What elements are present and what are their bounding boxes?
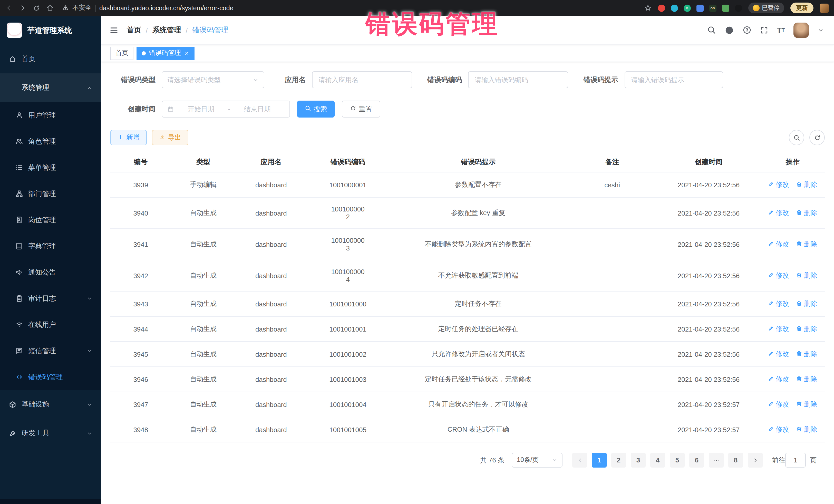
delete-button[interactable]: 删除	[796, 375, 817, 384]
breadcrumb-item[interactable]: 首页	[127, 25, 141, 35]
page-button-5[interactable]: 5	[670, 453, 685, 467]
delete-button[interactable]: 删除	[796, 180, 817, 190]
header-search-icon[interactable]	[707, 26, 716, 35]
extension-green-v-icon[interactable]: V	[683, 4, 690, 12]
delete-button[interactable]: 删除	[796, 240, 817, 249]
cell-app: dashboard	[235, 291, 307, 316]
breadcrumb-item[interactable]: 系统管理	[152, 25, 181, 35]
chevron-down-icon	[87, 401, 92, 407]
edit-button[interactable]: 修改	[768, 350, 789, 359]
sidebar-item-dev-tools[interactable]: 研发工具	[0, 419, 101, 447]
cell-time: 2021-04-20 23:52:56	[657, 367, 761, 392]
refresh-table-button[interactable]	[809, 130, 825, 145]
filter-code-label: 错误码编码	[427, 75, 462, 84]
page-button-8[interactable]: 8	[728, 453, 743, 467]
sidebar-item-dict-management[interactable]: 字典管理	[0, 233, 101, 259]
extension-green-icon[interactable]	[722, 4, 729, 12]
page-button-1[interactable]: 1	[592, 453, 607, 467]
app-logo[interactable]: 芋道管理系统	[0, 16, 101, 45]
sidebar-item-user-management[interactable]: 用户管理	[0, 102, 101, 128]
page-button-4[interactable]: 4	[650, 453, 665, 467]
sidebar-item-sms-management[interactable]: 短信管理	[0, 338, 101, 364]
delete-button[interactable]: 删除	[796, 271, 817, 280]
sidebar-item-notice[interactable]: 通知公告	[0, 259, 101, 285]
goto-page-input[interactable]	[785, 453, 806, 467]
page-button-3[interactable]: 3	[631, 453, 646, 467]
browser-reload-icon[interactable]	[33, 4, 40, 12]
browser-back-icon[interactable]	[5, 4, 13, 12]
sidebar-item-dept-management[interactable]: 部门管理	[0, 181, 101, 207]
app-name-input[interactable]	[312, 71, 412, 88]
github-icon[interactable]	[724, 25, 734, 35]
prev-page-button[interactable]	[572, 453, 587, 467]
edit-button[interactable]: 修改	[768, 400, 789, 409]
extension-teal-drop-icon[interactable]	[671, 4, 678, 12]
export-button[interactable]: 导出	[152, 130, 188, 145]
reset-button[interactable]: 重置	[342, 101, 380, 117]
table-row: 3946自动生成dashboard1001001003定时任务已经处于该状态，无…	[110, 367, 825, 392]
tab-error-code[interactable]: 错误码管理	[136, 46, 194, 60]
sidebar-collapse-strip[interactable]	[0, 499, 101, 504]
sidebar-item-system-management[interactable]: 系统管理	[0, 73, 101, 102]
font-size-icon[interactable]: TT	[777, 26, 785, 35]
delete-button[interactable]: 删除	[796, 350, 817, 359]
fullscreen-icon[interactable]	[760, 26, 768, 34]
calendar-icon	[167, 106, 174, 112]
sidebar-item-error-code-management[interactable]: 错误码管理	[0, 364, 101, 390]
error-type-select[interactable]: 请选择错误码类型	[162, 71, 264, 88]
sidebar-item-home[interactable]: 首页	[0, 45, 101, 73]
sidebar-item-menu-management[interactable]: 菜单管理	[0, 154, 101, 181]
page-button-2[interactable]: 2	[611, 453, 626, 467]
sidebar-toggle-button[interactable]	[109, 25, 118, 35]
delete-button[interactable]: 删除	[796, 299, 817, 308]
extension-blue-grid-icon[interactable]	[696, 4, 703, 12]
more-pages-button[interactable]	[709, 453, 724, 467]
sidebar-item-role-management[interactable]: 角色管理	[0, 128, 101, 154]
browser-home-icon[interactable]	[46, 4, 54, 12]
edit-button[interactable]: 修改	[768, 209, 789, 218]
cell-hint: 定时任务已经处于该状态，无需修改	[389, 367, 568, 392]
breadcrumb-item[interactable]: 错误码管理	[193, 25, 228, 35]
error-hint-input[interactable]	[624, 71, 723, 88]
edit-button-label: 修改	[776, 271, 789, 280]
date-range-picker[interactable]: 开始日期 - 结束日期	[162, 101, 290, 117]
toggle-search-button[interactable]	[789, 130, 804, 145]
error-code-input[interactable]	[468, 71, 568, 88]
update-button[interactable]: 更新	[790, 3, 813, 13]
help-icon[interactable]	[742, 26, 751, 35]
paused-badge[interactable]: 已暂停	[748, 3, 784, 13]
sidebar-item-infrastructure[interactable]: 基础设施	[0, 390, 101, 419]
browser-profile-avatar[interactable]	[820, 3, 829, 13]
avatar-caret-icon[interactable]	[817, 27, 824, 33]
add-button[interactable]: 新增	[110, 130, 147, 145]
edit-button[interactable]: 修改	[768, 425, 789, 434]
edit-button[interactable]: 修改	[768, 180, 789, 190]
delete-button[interactable]: 删除	[796, 425, 817, 434]
delete-button[interactable]: 删除	[796, 209, 817, 218]
sidebar-item-post-management[interactable]: 岗位管理	[0, 207, 101, 233]
extension-red-circle-icon[interactable]	[658, 4, 665, 12]
sidebar-item-audit-log[interactable]: 审计日志	[0, 285, 101, 311]
edit-button[interactable]: 修改	[768, 271, 789, 280]
tab-close-icon[interactable]	[184, 50, 189, 56]
cell-type: 自动生成	[171, 417, 236, 442]
edit-button[interactable]: 修改	[768, 299, 789, 308]
bookmark-star-icon[interactable]	[644, 4, 652, 12]
badge-icon	[15, 216, 23, 224]
extension-on-badge-icon[interactable]: on	[709, 4, 716, 12]
delete-button[interactable]: 删除	[796, 324, 817, 334]
delete-button[interactable]: 删除	[796, 400, 817, 409]
next-page-button[interactable]	[748, 453, 763, 467]
edit-button[interactable]: 修改	[768, 240, 789, 249]
page-button-6[interactable]: 6	[689, 453, 704, 467]
extension-paw-icon[interactable]	[735, 4, 742, 12]
address-bar[interactable]: 不安全 dashboard.yudao.iocoder.cn/system/er…	[62, 4, 234, 12]
search-button[interactable]: 搜索	[297, 101, 335, 117]
tab-home[interactable]: 首页	[110, 46, 133, 60]
user-avatar[interactable]	[793, 22, 809, 38]
edit-button[interactable]: 修改	[768, 324, 789, 334]
edit-button[interactable]: 修改	[768, 375, 789, 384]
page-size-select[interactable]: 10条/页	[512, 453, 563, 467]
sidebar-item-online-users[interactable]: 在线用户	[0, 311, 101, 338]
browser-forward-icon[interactable]	[19, 4, 27, 12]
